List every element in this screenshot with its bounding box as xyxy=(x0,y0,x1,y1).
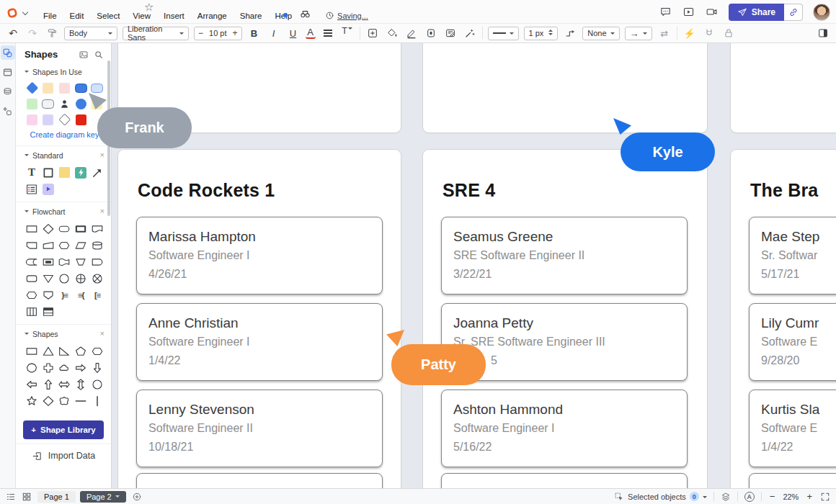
shape-arrow-horizontal-icon[interactable] xyxy=(58,377,72,392)
shape-table-rows-icon[interactable] xyxy=(41,304,55,319)
lock-button[interactable] xyxy=(721,26,736,40)
member-card-anne-christian[interactable]: Anne ChristianSoftware Engineer I1/4/22 xyxy=(136,303,383,381)
text-options-button[interactable]: T xyxy=(340,26,355,40)
fill-color-button[interactable] xyxy=(385,26,399,40)
member-card-marissa-hampton[interactable]: Marissa HamptonSoftware Engineer I4/26/2… xyxy=(136,217,383,294)
shape-hexagon-flat-icon[interactable] xyxy=(90,343,104,359)
favorite-star-icon[interactable]: ☆ xyxy=(144,1,154,14)
menu-item-arrange[interactable]: Arrange xyxy=(197,12,227,20)
zoom-out-button[interactable]: − xyxy=(768,491,777,502)
shape-blob-icon[interactable] xyxy=(58,393,72,408)
shape-rectangle-icon[interactable] xyxy=(25,343,39,359)
shape-heptagon-icon[interactable] xyxy=(25,360,39,375)
shape-arrow-icon[interactable] xyxy=(90,165,104,180)
shape-line-horizontal-icon[interactable] xyxy=(74,393,88,408)
page-list-icon[interactable] xyxy=(6,492,16,502)
italic-button[interactable]: I xyxy=(267,26,281,40)
canvas-panel-partial-3[interactable] xyxy=(730,43,836,133)
team-container-the-bra[interactable]: The BraMae StepSr. Softwar5/17/21Lily Cu… xyxy=(730,149,836,488)
shape-delay-icon[interactable] xyxy=(90,254,104,269)
arrow-endpoint-select[interactable]: → xyxy=(625,27,652,40)
present-icon[interactable] xyxy=(682,6,695,19)
collapse-caret-icon[interactable] xyxy=(25,210,29,215)
create-diagram-key-link[interactable]: Create diagram key xyxy=(25,128,104,142)
zoom-in-button[interactable]: + xyxy=(805,491,814,502)
import-data-button[interactable]: Import Data xyxy=(16,444,111,467)
data-panel-tab[interactable] xyxy=(1,84,15,99)
shape-triangle-icon[interactable] xyxy=(41,343,55,359)
search-icon[interactable] xyxy=(94,50,104,60)
swatch-diamond-0[interactable] xyxy=(25,82,39,94)
diagram-canvas[interactable]: Code Rockets 1Marissa HamptonSoftware En… xyxy=(112,43,836,488)
collapse-caret-icon[interactable] xyxy=(25,71,29,75)
collapse-caret-icon[interactable] xyxy=(25,333,29,337)
quick-actions-button[interactable]: ⚡ xyxy=(682,26,697,40)
shape-triangle-down-icon[interactable] xyxy=(41,271,55,286)
menu-item-file[interactable]: File xyxy=(43,12,57,20)
shape-pentagon-icon[interactable] xyxy=(74,343,88,359)
redo-button[interactable]: ↷ xyxy=(25,26,40,40)
member-card-seamus-greene[interactable]: Seamus GreeneSRE Software Engineer II3/2… xyxy=(441,217,688,294)
connector-style-select[interactable]: None xyxy=(582,27,619,40)
more-shapes-tab[interactable] xyxy=(1,104,15,118)
menu-item-insert[interactable]: Insert xyxy=(164,12,184,20)
team-container-code-rockets-1[interactable]: Code Rockets 1Marissa HamptonSoftware En… xyxy=(117,149,401,488)
shape-predefined-process-icon[interactable] xyxy=(74,221,88,236)
shape-note-fold-icon[interactable] xyxy=(25,238,39,253)
line-width-stepper[interactable]: 1 px xyxy=(524,27,559,40)
canvas-panel-partial-2[interactable] xyxy=(422,43,708,133)
close-icon[interactable]: × xyxy=(100,330,104,338)
shape-line-vertical-icon[interactable] xyxy=(90,393,104,408)
shape-star-icon[interactable] xyxy=(25,393,39,408)
collapse-caret-icon[interactable] xyxy=(25,154,29,158)
shape-document-icon[interactable] xyxy=(90,221,104,236)
shape-arrow-down-icon[interactable] xyxy=(90,360,104,375)
close-icon[interactable]: × xyxy=(100,151,104,159)
find-icon[interactable] xyxy=(299,8,312,21)
swatch-rounded-3[interactable] xyxy=(74,82,88,94)
shapes-panel-tab[interactable] xyxy=(1,45,15,60)
shape-flag-wavy-icon[interactable] xyxy=(58,254,72,269)
underline-button[interactable]: U xyxy=(286,26,301,40)
shape-arrow-left-icon[interactable] xyxy=(25,377,39,392)
lucid-logo[interactable] xyxy=(6,6,27,19)
shape-decision-icon[interactable] xyxy=(41,221,55,236)
shape-alternate-process-icon[interactable] xyxy=(25,271,39,286)
page-tab-page-2[interactable]: Page 2 xyxy=(80,491,126,503)
shape-options-button[interactable] xyxy=(365,26,380,40)
shape-brace-left-icon[interactable]: ≡{ xyxy=(74,287,88,302)
text-align-button[interactable] xyxy=(321,26,335,40)
shadow-button[interactable] xyxy=(424,26,438,40)
swatch-square-2[interactable] xyxy=(58,82,71,94)
documents-panel-tab[interactable] xyxy=(1,65,15,79)
menu-item-edit[interactable]: Edit xyxy=(70,12,84,20)
fullscreen-icon[interactable] xyxy=(820,492,830,502)
shape-process-icon[interactable] xyxy=(25,221,39,236)
shape-cloud-icon[interactable] xyxy=(58,360,72,375)
menu-item-share[interactable]: Share xyxy=(240,12,262,20)
swatch-square-13[interactable] xyxy=(74,114,88,125)
shape-preparation-2-icon[interactable] xyxy=(25,287,39,302)
shape-or-junction-icon[interactable] xyxy=(90,271,104,286)
shape-right-triangle-icon[interactable] xyxy=(58,343,72,359)
shape-arrow-vertical-icon[interactable] xyxy=(74,377,88,392)
undo-button[interactable]: ↶ xyxy=(6,26,20,40)
shape-sticky-note-icon[interactable] xyxy=(58,165,72,180)
shape-lightning-icon[interactable] xyxy=(74,165,88,180)
shape-brace-right-icon[interactable]: }≡ xyxy=(58,287,72,302)
notes-button[interactable] xyxy=(443,26,458,40)
shape-table-columns-icon[interactable] xyxy=(25,304,39,319)
copy-link-button[interactable] xyxy=(784,4,803,21)
member-card-frances-m[interactable]: Frances M xyxy=(749,473,836,488)
close-icon[interactable]: × xyxy=(100,207,104,215)
member-card-markus-landry[interactable]: Markus Landry xyxy=(136,473,383,488)
shape-off-page-icon[interactable] xyxy=(41,287,55,302)
member-card-lily-cumr[interactable]: Lily CumrSoftware E9/28/20 xyxy=(749,303,836,381)
member-card-ashton-hammond[interactable]: Ashton HammondSoftware Engineer I5/16/22 xyxy=(441,390,688,467)
bold-button[interactable]: B xyxy=(247,26,262,40)
format-painter-button[interactable] xyxy=(45,26,59,40)
shape-play-icon[interactable] xyxy=(41,181,55,197)
shape-internal-storage-icon[interactable] xyxy=(41,254,55,269)
magic-wand-button[interactable] xyxy=(463,26,477,40)
line-style-select[interactable] xyxy=(488,27,519,40)
